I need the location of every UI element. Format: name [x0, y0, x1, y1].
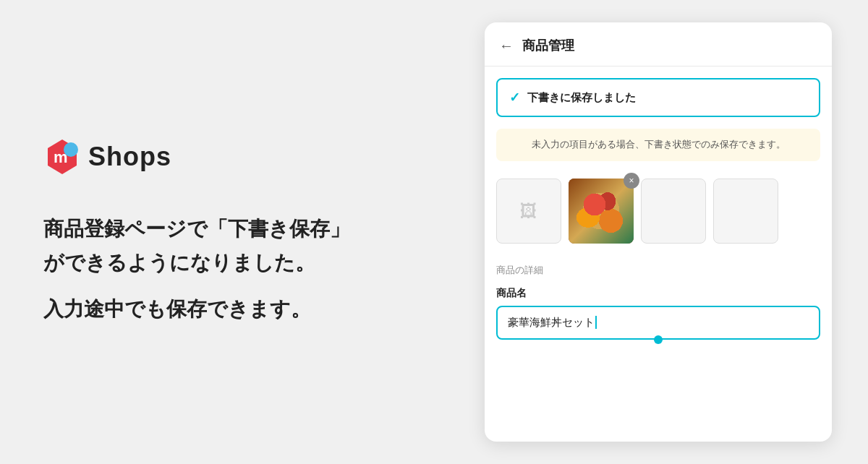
check-icon: ✓ — [509, 90, 520, 106]
left-panel: m Shops 商品登録ページで「下書き保存」 ができるようになりました。 入力… — [0, 95, 485, 370]
success-banner: ✓ 下書きに保存しました — [496, 78, 820, 117]
main-text-line3: 入力途中でも保存できます。 — [43, 292, 441, 327]
remove-image-button[interactable]: × — [624, 173, 639, 189]
logo-icon: m — [43, 138, 81, 176]
product-name-wrapper: 豪華海鮮丼セット — [496, 306, 820, 340]
main-description: 商品登録ページで「下書き保存」 ができるようになりました。 入力途中でも保存でき… — [43, 212, 441, 327]
phone-content: ✓ 下書きに保存しました 未入力の項目がある場合、下書き状態でのみ保存できます。… — [485, 66, 832, 442]
logo-text: Shops — [88, 142, 171, 172]
main-text-line1: 商品登録ページで「下書き保存」 — [43, 212, 441, 246]
logo-area: m Shops — [43, 138, 441, 176]
text-cursor — [595, 316, 597, 329]
cursor-handle[interactable] — [654, 335, 663, 344]
header-title: 商品管理 — [522, 37, 574, 54]
image-icon: 🖼 — [520, 201, 537, 221]
image-placeholder-3[interactable] — [713, 179, 778, 244]
section-label: 商品の詳細 — [496, 264, 820, 277]
back-button[interactable]: ← — [499, 38, 514, 54]
field-label: 商品名 — [496, 287, 820, 300]
input-value: 豪華海鮮丼セット — [508, 316, 595, 330]
info-banner: 未入力の項目がある場合、下書き状態でのみ保存できます。 — [496, 129, 820, 161]
phone-header: ← 商品管理 — [485, 22, 832, 66]
phone-mockup: ← 商品管理 ✓ 下書きに保存しました 未入力の項目がある場合、下書き状態でのみ… — [485, 22, 832, 442]
image-placeholder-1[interactable]: 🖼 — [496, 179, 561, 244]
product-image-inner — [569, 179, 634, 244]
input-content: 豪華海鮮丼セット — [508, 316, 809, 330]
svg-point-2 — [64, 142, 78, 157]
success-text: 下書きに保存しました — [527, 91, 636, 105]
food-visual — [569, 179, 634, 244]
main-text-line2: ができるようになりました。 — [43, 246, 441, 280]
product-image[interactable]: × — [569, 179, 634, 244]
image-placeholder-2[interactable] — [641, 179, 706, 244]
product-name-input[interactable]: 豪華海鮮丼セット — [496, 306, 820, 340]
image-row: 🖼 × — [496, 173, 820, 249]
